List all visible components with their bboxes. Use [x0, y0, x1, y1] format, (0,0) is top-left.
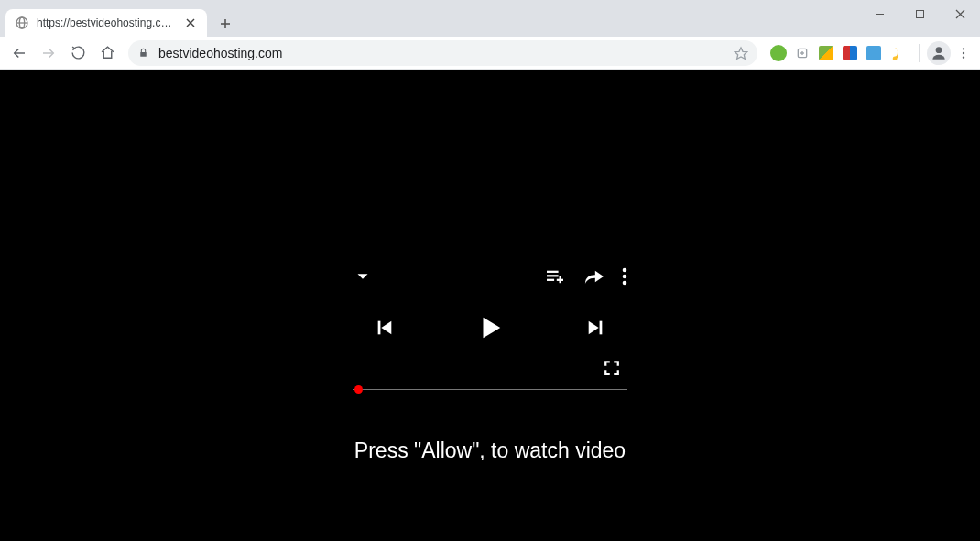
browser-toolbar: bestvideohosting.com — [0, 37, 980, 70]
bookmark-star-icon[interactable] — [734, 46, 748, 60]
toolbar-separator — [919, 44, 920, 62]
svg-point-29 — [623, 281, 627, 286]
minimize-button[interactable] — [859, 0, 899, 27]
close-tab-button[interactable] — [183, 16, 198, 30]
svg-rect-22 — [547, 271, 559, 273]
address-bar[interactable]: bestvideohosting.com — [128, 40, 757, 66]
progress-row — [353, 376, 627, 402]
fullscreen-icon[interactable] — [604, 360, 620, 376]
svg-point-18 — [936, 47, 942, 53]
extension-icon-5[interactable] — [866, 45, 882, 61]
svg-rect-31 — [600, 321, 603, 335]
lock-icon — [137, 47, 149, 59]
svg-point-27 — [623, 268, 627, 273]
svg-rect-26 — [557, 279, 563, 281]
extension-icon-4[interactable] — [842, 45, 858, 61]
more-vert-icon[interactable] — [622, 267, 627, 286]
url-text: bestvideohosting.com — [158, 46, 282, 60]
back-button[interactable] — [5, 39, 33, 67]
video-player: Press "Allow", to watch video — [353, 266, 627, 463]
svg-point-21 — [963, 56, 964, 58]
progress-bar[interactable] — [353, 389, 627, 390]
tab-title: https://bestvideohosting.com — [37, 16, 176, 29]
extension-icon-6[interactable] — [889, 45, 906, 61]
close-window-button[interactable] — [940, 0, 980, 27]
tab-strip: https://bestvideohosting.com — [0, 9, 980, 37]
home-button[interactable] — [93, 39, 121, 67]
svg-marker-14 — [735, 48, 746, 59]
share-icon[interactable] — [583, 267, 604, 286]
reload-button[interactable] — [64, 39, 92, 67]
profile-avatar[interactable] — [927, 41, 951, 65]
new-tab-button[interactable] — [212, 11, 238, 37]
svg-rect-30 — [378, 321, 381, 335]
forward-button[interactable] — [35, 39, 62, 67]
window-controls — [859, 0, 980, 27]
extension-icon-3[interactable] — [818, 45, 834, 61]
svg-rect-24 — [547, 279, 554, 281]
page-content: Press "Allow", to watch video — [0, 70, 980, 541]
svg-point-20 — [963, 51, 964, 53]
titlebar — [0, 0, 980, 9]
chevron-down-icon[interactable] — [353, 266, 373, 287]
svg-rect-1 — [916, 10, 923, 17]
playlist-add-icon[interactable] — [545, 268, 565, 285]
globe-icon — [15, 16, 29, 30]
extension-icon-1[interactable] — [770, 45, 787, 61]
play-icon[interactable] — [476, 314, 504, 341]
svg-point-28 — [623, 275, 627, 279]
extension-icons — [765, 45, 911, 61]
extension-icon-2[interactable] — [794, 45, 811, 61]
svg-point-19 — [963, 48, 964, 49]
browser-menu-button[interactable] — [953, 46, 975, 60]
skip-previous-icon[interactable] — [375, 318, 395, 338]
allow-prompt-text: Press "Allow", to watch video — [354, 438, 626, 463]
svg-rect-23 — [547, 275, 559, 276]
skip-next-icon[interactable] — [585, 318, 605, 338]
maximize-button[interactable] — [899, 0, 940, 27]
transport-controls — [353, 314, 627, 341]
browser-tab[interactable]: https://bestvideohosting.com — [5, 9, 207, 37]
player-top-row — [353, 266, 627, 287]
progress-knob[interactable] — [354, 385, 363, 394]
svg-rect-13 — [140, 52, 147, 57]
